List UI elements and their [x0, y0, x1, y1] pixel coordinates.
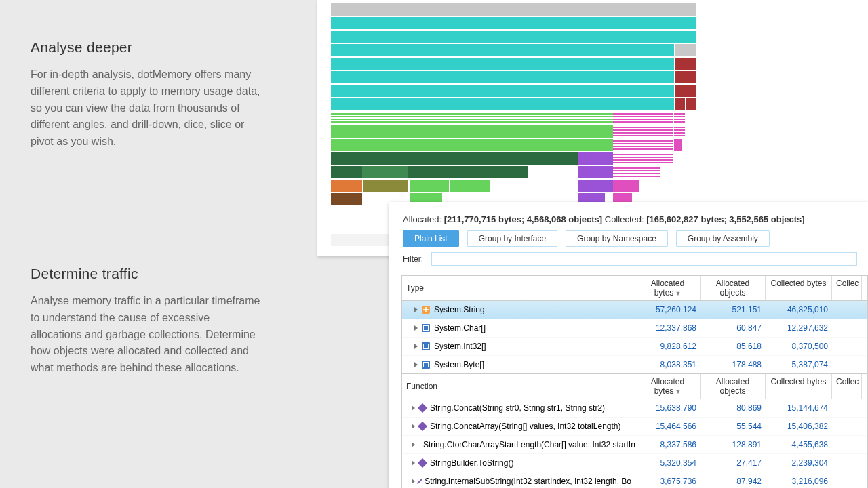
- flame-segment[interactable]: [331, 112, 613, 124]
- col-collected-objects2[interactable]: Collec: [832, 374, 862, 399]
- table-row[interactable]: StringBuilder.ToString()5,320,35427,4172…: [402, 454, 867, 472]
- expand-icon[interactable]: [414, 344, 418, 349]
- col-type[interactable]: Type: [402, 276, 635, 300]
- flame-segment[interactable]: [410, 180, 449, 192]
- table-row[interactable]: System.Byte[]8,038,351178,4885,387,074: [402, 356, 867, 374]
- tab-group-by-namespace[interactable]: Group by Namespace: [566, 230, 668, 247]
- flame-segment[interactable]: [408, 166, 528, 178]
- flame-segment[interactable]: [331, 3, 696, 16]
- flame-segment[interactable]: [686, 98, 696, 110]
- flame-segment[interactable]: [331, 71, 674, 83]
- col-alloc-objects[interactable]: Allocated objects: [701, 276, 766, 300]
- expand-icon[interactable]: [412, 460, 415, 466]
- method-icon: [416, 442, 421, 447]
- flame-segment[interactable]: [331, 125, 613, 138]
- flame-segment[interactable]: [331, 166, 362, 178]
- flame-segment[interactable]: [331, 17, 696, 29]
- flame-segment[interactable]: [331, 30, 696, 43]
- functions-table[interactable]: Function Allocated bytes▼ Allocated obje…: [401, 373, 868, 488]
- flame-segment[interactable]: [613, 112, 673, 124]
- col-alloc-bytes[interactable]: Allocated bytes▼: [635, 276, 701, 300]
- flame-segment[interactable]: [331, 139, 613, 151]
- allocation-summary: Allocated: [211,770,715 bytes; 4,568,068…: [403, 214, 805, 224]
- filter-label: Filter:: [403, 254, 423, 264]
- col-collected-objects[interactable]: Collec: [832, 276, 862, 300]
- table-row[interactable]: System.Int32[]9,828,61285,6188,370,500: [402, 338, 867, 356]
- table-row[interactable]: System.String57,260,124521,15146,825,010: [402, 301, 867, 319]
- section-title-traffic: Determine traffic: [31, 266, 261, 282]
- flame-segment[interactable]: [363, 180, 408, 192]
- method-icon: [418, 458, 427, 468]
- method-icon: [418, 403, 427, 413]
- flame-segment[interactable]: [675, 98, 685, 110]
- section-body-analyse: For in-depth analysis, dotMemory offers …: [31, 66, 261, 150]
- col-function[interactable]: Function: [402, 374, 635, 399]
- expand-icon[interactable]: [414, 325, 418, 331]
- expand-icon[interactable]: [412, 405, 415, 411]
- table-row[interactable]: String.InternalSubString(Int32 startInde…: [402, 472, 867, 488]
- flame-segment[interactable]: [362, 166, 408, 178]
- flame-segment[interactable]: [613, 125, 673, 138]
- flame-segment[interactable]: [674, 112, 685, 124]
- table-row[interactable]: String.Concat(String str0, String str1, …: [402, 399, 867, 418]
- flame-segment[interactable]: [675, 85, 696, 97]
- type-icon: [422, 324, 430, 332]
- grouping-tabs: Plain ListGroup by InterfaceGroup by Nam…: [403, 230, 770, 247]
- table-row[interactable]: String.CtorCharArrayStartLength(Char[] v…: [402, 436, 867, 454]
- flame-segment[interactable]: [331, 58, 674, 70]
- flame-segment[interactable]: [578, 166, 613, 178]
- col-alloc-objects2[interactable]: Allocated objects: [701, 374, 766, 399]
- col-collected-bytes2[interactable]: Collected bytes: [766, 374, 832, 399]
- flame-segment[interactable]: [613, 139, 673, 151]
- expand-icon[interactable]: [414, 362, 418, 367]
- filter-input[interactable]: [431, 252, 857, 266]
- expand-icon[interactable]: [412, 442, 415, 447]
- flame-segment[interactable]: [331, 152, 578, 165]
- tab-plain-list[interactable]: Plain List: [403, 230, 459, 247]
- screenshot-traffic: Allocated: [211,770,715 bytes; 4,568,068…: [389, 202, 868, 488]
- flame-segment[interactable]: [450, 180, 490, 192]
- type-icon: [422, 361, 430, 369]
- flame-segment[interactable]: [675, 58, 696, 70]
- types-table[interactable]: Type Allocated bytes▼ Allocated objects …: [401, 275, 868, 375]
- section-body-traffic: Analyse memory traffic in a particular t…: [31, 293, 261, 377]
- flame-segment[interactable]: [613, 152, 673, 165]
- flame-segment[interactable]: [674, 125, 685, 138]
- method-icon: [417, 479, 423, 485]
- flame-segment[interactable]: [578, 152, 613, 165]
- expand-icon[interactable]: [412, 479, 415, 484]
- type-icon: [422, 342, 430, 350]
- method-icon: [418, 422, 427, 431]
- flame-segment[interactable]: [331, 193, 362, 205]
- flame-segment[interactable]: [331, 180, 362, 192]
- section-title-analyse: Analyse deeper: [31, 39, 261, 56]
- flame-segment[interactable]: [613, 166, 660, 178]
- flame-segment[interactable]: [675, 44, 696, 56]
- flame-segment[interactable]: [331, 98, 674, 110]
- table-row[interactable]: String.ConcatArray(String[] values, Int3…: [402, 418, 867, 436]
- col-alloc-bytes2[interactable]: Allocated bytes▼: [635, 374, 701, 399]
- flame-segment[interactable]: [674, 139, 682, 151]
- expand-icon[interactable]: [412, 424, 415, 429]
- tab-group-by-assembly[interactable]: Group by Assembly: [676, 230, 770, 247]
- expand-icon[interactable]: [414, 307, 418, 312]
- flame-segment[interactable]: [613, 180, 639, 192]
- flame-segment[interactable]: [578, 180, 613, 192]
- table-row[interactable]: System.Char[]12,337,86860,84712,297,632: [402, 319, 867, 338]
- flame-segment[interactable]: [331, 44, 674, 56]
- flame-segment[interactable]: [331, 85, 674, 97]
- col-collected-bytes[interactable]: Collected bytes: [766, 276, 832, 300]
- flame-segment[interactable]: [675, 71, 696, 83]
- type-icon: [422, 306, 430, 314]
- tab-group-by-interface[interactable]: Group by Interface: [467, 230, 557, 247]
